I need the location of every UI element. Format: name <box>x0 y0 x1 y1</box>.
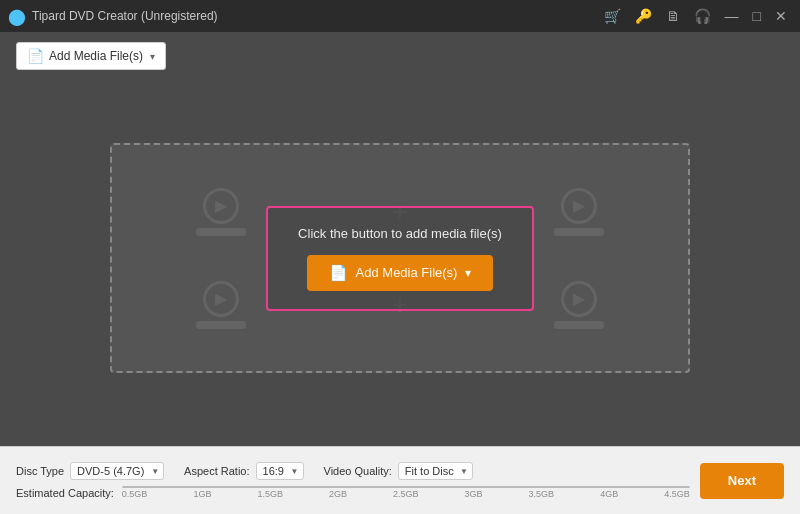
center-prompt-text: Click the button to add media file(s) <box>298 226 502 241</box>
aspect-ratio-group: Aspect Ratio: 16:9 4:3 <box>184 462 303 480</box>
drop-area[interactable]: ▶ + ▶ ▶ + ▶ <box>110 143 690 373</box>
ghost-label-4 <box>554 321 604 329</box>
center-prompt-box: Click the button to add media file(s) 📄 … <box>266 206 534 311</box>
titlebar-controls: 🛒 🔑 🗎 🎧 — □ ✕ <box>599 6 792 26</box>
tick-4.5gb: 4.5GB <box>664 489 690 499</box>
maximize-icon[interactable]: □ <box>748 6 766 26</box>
add-media-center-button[interactable]: 📄 Add Media File(s) ▾ <box>307 255 494 291</box>
add-media-toolbar-button[interactable]: 📄 Add Media File(s) ▾ <box>16 42 166 70</box>
capacity-row: Estimated Capacity: 0.5GB 1GB 1.5GB 2GB … <box>16 486 690 499</box>
ghost-play-4: ▶ <box>561 281 597 317</box>
video-quality-label: Video Quality: <box>324 465 392 477</box>
app-logo: ⬤ <box>8 7 26 26</box>
center-add-icon: 📄 <box>329 264 348 282</box>
headset-icon[interactable]: 🎧 <box>689 6 716 26</box>
bottom-top-row: Disc Type DVD-5 (4.7G) DVD-9 (8.5G) BD-2… <box>16 462 690 480</box>
toolbar-dropdown-arrow-icon: ▾ <box>150 51 155 62</box>
tick-0.5gb: 0.5GB <box>122 489 148 499</box>
cart-icon[interactable]: 🛒 <box>599 6 626 26</box>
key-icon[interactable]: 🔑 <box>630 6 657 26</box>
main-area: 📄 Add Media File(s) ▾ ▶ + ▶ <box>0 32 800 446</box>
close-icon[interactable]: ✕ <box>770 6 792 26</box>
tick-3.5gb: 3.5GB <box>529 489 555 499</box>
add-media-toolbar-label: Add Media File(s) <box>49 49 143 63</box>
tick-1.5gb: 1.5GB <box>257 489 283 499</box>
video-quality-select-wrapper: Fit to Disc High Medium Low <box>398 462 473 480</box>
ghost-label-2 <box>554 228 604 236</box>
video-quality-select[interactable]: Fit to Disc High Medium Low <box>398 462 473 480</box>
video-quality-group: Video Quality: Fit to Disc High Medium L… <box>324 462 473 480</box>
tick-2gb: 2GB <box>329 489 347 499</box>
aspect-ratio-select[interactable]: 16:9 4:3 <box>256 462 304 480</box>
ghost-play-1: ▶ <box>203 188 239 224</box>
toolbar: 📄 Add Media File(s) ▾ <box>16 42 166 70</box>
app-title: Tipard DVD Creator (Unregistered) <box>32 9 593 23</box>
minimize-icon[interactable]: — <box>720 6 744 26</box>
ghost-label-1 <box>196 228 246 236</box>
bottom-bar: Disc Type DVD-5 (4.7G) DVD-9 (8.5G) BD-2… <box>0 446 800 514</box>
aspect-ratio-select-wrapper: 16:9 4:3 <box>256 462 304 480</box>
next-button[interactable]: Next <box>700 463 784 499</box>
capacity-label: Estimated Capacity: <box>16 487 114 499</box>
tick-1gb: 1GB <box>193 489 211 499</box>
disc-type-label: Disc Type <box>16 465 64 477</box>
ghost-play-3: ▶ <box>203 281 239 317</box>
capacity-bar-section: 0.5GB 1GB 1.5GB 2GB 2.5GB 3GB 3.5GB 4GB … <box>122 486 690 499</box>
drop-area-wrapper: ▶ + ▶ ▶ + ▶ <box>16 80 784 436</box>
capacity-tick-labels: 0.5GB 1GB 1.5GB 2GB 2.5GB 3GB 3.5GB 4GB … <box>122 489 690 499</box>
center-dropdown-arrow-icon: ▾ <box>465 266 471 280</box>
add-file-icon: 📄 <box>27 48 44 64</box>
disc-type-select[interactable]: DVD-5 (4.7G) DVD-9 (8.5G) BD-25 (25G) BD… <box>70 462 164 480</box>
bottom-row: Disc Type DVD-5 (4.7G) DVD-9 (8.5G) BD-2… <box>16 462 690 499</box>
ghost-play-2: ▶ <box>561 188 597 224</box>
aspect-ratio-label: Aspect Ratio: <box>184 465 249 477</box>
disc-type-group: Disc Type DVD-5 (4.7G) DVD-9 (8.5G) BD-2… <box>16 462 164 480</box>
tick-4gb: 4GB <box>600 489 618 499</box>
tick-3gb: 3GB <box>465 489 483 499</box>
ghost-label-3 <box>196 321 246 329</box>
tick-2.5gb: 2.5GB <box>393 489 419 499</box>
file-icon[interactable]: 🗎 <box>661 6 685 26</box>
center-add-label: Add Media File(s) <box>356 265 458 280</box>
titlebar: ⬤ Tipard DVD Creator (Unregistered) 🛒 🔑 … <box>0 0 800 32</box>
disc-type-select-wrapper: DVD-5 (4.7G) DVD-9 (8.5G) BD-25 (25G) BD… <box>70 462 164 480</box>
capacity-bar <box>122 486 690 488</box>
